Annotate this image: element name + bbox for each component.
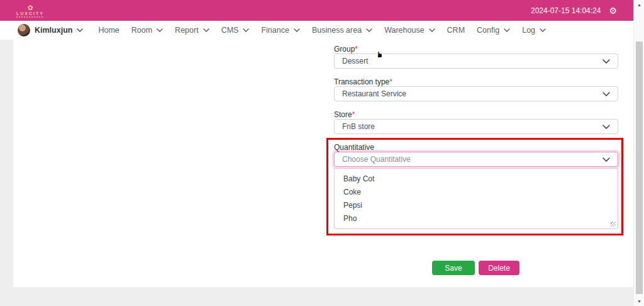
- nav-label: CMS: [221, 26, 239, 35]
- label-text: Store: [334, 110, 352, 119]
- nav-item-crm[interactable]: CRM: [447, 26, 465, 35]
- option-coke[interactable]: Coke: [335, 186, 618, 199]
- nav-item-log[interactable]: Log: [522, 26, 546, 35]
- label-text: Group: [334, 45, 355, 54]
- nav-label: Report: [175, 26, 199, 35]
- chevron-down-icon: [602, 59, 610, 64]
- group-select-value: Dessert: [342, 57, 368, 65]
- chevron-down-icon: [157, 28, 163, 32]
- chevron-down-icon: [77, 28, 83, 32]
- top-header-bar: ✿ LUXCITY 2024-07-15 14:04:24 ⚙: [0, 0, 633, 21]
- group-select[interactable]: Dessert: [334, 54, 618, 69]
- chevron-down-icon: [294, 28, 300, 32]
- brand-name: LUXCITY: [16, 11, 44, 16]
- nav-label: Room: [131, 26, 152, 35]
- nav-label: Warehouse: [384, 26, 424, 35]
- label-text: Transaction type: [334, 77, 389, 86]
- resize-handle[interactable]: [611, 222, 616, 227]
- nav-item-report[interactable]: Report: [175, 26, 209, 35]
- required-asterisk: *: [352, 110, 355, 119]
- chevron-down-icon: [602, 157, 610, 162]
- scrollbar-thumb[interactable]: [636, 42, 643, 294]
- option-pepsi[interactable]: Pepsi: [335, 199, 618, 212]
- gear-icon[interactable]: ⚙: [609, 6, 617, 16]
- main-navbar: Kimluxjun Home Room Report CMS Finance B…: [0, 21, 633, 40]
- chevron-down-icon: [540, 28, 546, 32]
- scrollbar-down-arrow[interactable]: ▼: [634, 297, 644, 306]
- nav-label: Config: [477, 26, 499, 35]
- delete-button[interactable]: Delete: [479, 261, 519, 275]
- nav-item-room[interactable]: Room: [131, 26, 163, 35]
- required-asterisk: *: [389, 77, 392, 86]
- nav-item-finance[interactable]: Finance: [261, 26, 299, 35]
- nav-item-home[interactable]: Home: [98, 26, 119, 35]
- chevron-down-icon: [429, 28, 435, 32]
- chevron-down-icon: [203, 28, 209, 32]
- option-baby-cot[interactable]: Baby Cot: [335, 173, 618, 186]
- save-button[interactable]: Save: [432, 261, 475, 275]
- required-asterisk: *: [355, 45, 358, 54]
- quantitative-select[interactable]: Choose Quantitative: [334, 152, 618, 167]
- user-menu[interactable]: Kimluxjun: [18, 24, 83, 37]
- flower-logo-icon: ✿: [27, 4, 33, 11]
- store-select-value: FnB store: [342, 122, 375, 131]
- quantitative-options-list: Baby Cot Coke Pepsi Pho: [334, 168, 618, 229]
- header-right-group: 2024-07-15 14:04:24 ⚙: [531, 6, 617, 16]
- nav-label: Log: [522, 26, 535, 35]
- nav-item-config[interactable]: Config: [477, 26, 510, 35]
- avatar[interactable]: [18, 24, 30, 37]
- chevron-down-icon: [366, 28, 372, 32]
- store-select[interactable]: FnB store: [334, 119, 618, 134]
- scrollbar-up-arrow[interactable]: ▲: [634, 0, 644, 9]
- chevron-down-icon: [602, 125, 610, 129]
- brand-tagline: [16, 16, 44, 18]
- transaction-type-select-value: Restaurant Service: [342, 89, 406, 98]
- nav-label: Finance: [261, 26, 289, 35]
- quantitative-label: Quantitative: [334, 143, 374, 152]
- user-name[interactable]: Kimluxjun: [35, 26, 72, 35]
- chevron-down-icon: [243, 28, 249, 32]
- quantitative-placeholder: Choose Quantitative: [342, 155, 411, 164]
- nav-item-cms[interactable]: CMS: [221, 26, 250, 35]
- nav-label: Home: [98, 26, 119, 35]
- chevron-down-icon: [504, 28, 510, 32]
- transaction-type-select[interactable]: Restaurant Service: [334, 86, 618, 101]
- transaction-type-label: Transaction type*: [334, 77, 392, 86]
- vertical-scrollbar[interactable]: ▲ ▼: [633, 0, 644, 306]
- nav-label: Business area: [312, 26, 362, 35]
- nav-label: CRM: [447, 26, 465, 35]
- store-label: Store*: [334, 110, 355, 119]
- brand-logo[interactable]: ✿ LUXCITY: [16, 4, 44, 18]
- chevron-down-icon: [602, 92, 610, 96]
- nav-items: Home Room Report CMS Finance Business ar…: [98, 26, 546, 35]
- nav-item-business-area[interactable]: Business area: [312, 26, 372, 35]
- page: { "header": { "brand": "LUXCITY", "flowe…: [0, 0, 644, 306]
- option-pho[interactable]: Pho: [335, 212, 618, 225]
- datetime-display: 2024-07-15 14:04:24: [531, 6, 601, 15]
- group-label: Group*: [334, 45, 358, 54]
- nav-item-warehouse[interactable]: Warehouse: [384, 26, 435, 35]
